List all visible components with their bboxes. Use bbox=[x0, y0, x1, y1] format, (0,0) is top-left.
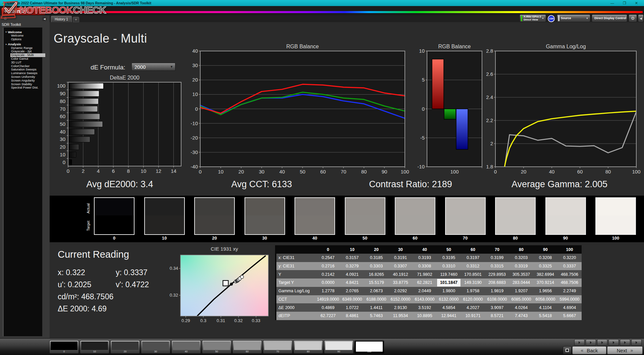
expander-icon[interactable]: ▸ bbox=[6, 31, 7, 33]
transport-button[interactable] bbox=[586, 339, 596, 346]
back-button[interactable]: « Back bbox=[572, 346, 606, 354]
pattern-button-60[interactable]: 60 bbox=[232, 340, 262, 354]
deltae-bar-60 bbox=[68, 114, 100, 119]
cie-1931-chart: CIE 1931 xy0.290.30.310.320.330.320.34 bbox=[144, 245, 278, 325]
reading-v-label: v': bbox=[116, 280, 123, 289]
gray-swatch-90 bbox=[545, 197, 586, 235]
stop-button[interactable] bbox=[563, 346, 572, 354]
sidebar-item-screen-angularity[interactable]: Screen Angularity bbox=[4, 79, 42, 83]
balance-bar-blue bbox=[456, 109, 468, 150]
chevron-left-icon: « bbox=[581, 348, 583, 353]
svg-text:30: 30 bbox=[259, 169, 265, 174]
pattern-button-40[interactable]: 40 bbox=[171, 340, 201, 354]
sidebar-item-welcome[interactable]: Welcome bbox=[4, 34, 42, 38]
table-cell: 1.9207 bbox=[509, 287, 533, 295]
table-cell: 3.5192 bbox=[413, 303, 437, 312]
sidebar-item-spectral-power-dist[interactable]: Spectral Power Dist. bbox=[4, 86, 42, 90]
table-cell: 0.3279 bbox=[340, 262, 364, 270]
actual-row-label: Actual bbox=[86, 198, 90, 218]
table-col-header-20: 20 bbox=[364, 245, 388, 254]
sidebar-item-screen-uniformity[interactable]: Screen Uniformity bbox=[4, 75, 42, 79]
pattern-label: 90 bbox=[324, 350, 353, 353]
sidebar-item-luminance-sweeps[interactable]: Luminance Sweeps bbox=[4, 71, 42, 75]
pattern-button-30[interactable]: 30 bbox=[141, 340, 170, 354]
table-row-label-target-y: Target Y bbox=[276, 278, 316, 287]
table-cell: 6058.0000 bbox=[533, 295, 557, 304]
sidebar-item-3d-lut[interactable]: 3D LUT bbox=[4, 61, 42, 64]
svg-text:0: 0 bbox=[67, 168, 69, 173]
table-cell: 4.6904 bbox=[557, 303, 582, 312]
pattern-button-50[interactable]: 50 bbox=[202, 340, 231, 354]
pattern-label: 80 bbox=[294, 350, 323, 353]
table-cell: 0.3185 bbox=[364, 254, 388, 262]
sidebar-item-saturation-sweeps[interactable]: Saturation Sweeps bbox=[4, 68, 42, 71]
next-button[interactable]: Next » bbox=[607, 346, 643, 354]
swatch-target bbox=[596, 215, 635, 234]
swatch-target bbox=[446, 215, 485, 234]
table-cell: 0.3337 bbox=[557, 262, 582, 270]
pattern-button-90[interactable]: 90 bbox=[324, 340, 354, 354]
table-row-label-cct: CCT bbox=[276, 295, 316, 304]
reading-cdm2-value: 468.7506 bbox=[81, 292, 113, 301]
de-formula-dropdown[interactable]: 2000 ▼ bbox=[131, 63, 175, 71]
svg-text:70: 70 bbox=[60, 106, 65, 112]
table-cell: 2.2749 bbox=[557, 287, 582, 295]
sidebar-item-options[interactable]: Options bbox=[4, 38, 42, 41]
watermark-check: CHECK bbox=[73, 5, 106, 15]
svg-text:-30: -30 bbox=[191, 149, 198, 155]
table-cell: 16.8265 bbox=[364, 270, 388, 278]
sidebar-item-screen-stability[interactable]: Screen Stability bbox=[4, 83, 42, 86]
pattern-button-70[interactable]: 70 bbox=[263, 340, 292, 354]
stat-average-gamma: Average Gamma: 2.005 bbox=[512, 179, 607, 190]
table-col-header-90: 90 bbox=[533, 245, 557, 254]
pattern-swatch bbox=[203, 342, 230, 350]
transport-button[interactable] bbox=[608, 339, 619, 346]
watermark-notebook: NOTEBOOK bbox=[19, 5, 73, 15]
sidebar-item-color-gamut[interactable]: Color Gamut bbox=[4, 57, 42, 61]
table-cell: 1.9758 bbox=[461, 287, 485, 295]
calman-window: Calman 2022 Calman Ultimate for Business… bbox=[0, 0, 644, 355]
gray-swatch-10 bbox=[144, 197, 185, 235]
table-cell: 1.2778 bbox=[316, 287, 340, 295]
table-cell: 229.8953 bbox=[485, 270, 509, 278]
svg-text:30: 30 bbox=[60, 136, 65, 142]
reading-x-label: x: bbox=[58, 268, 64, 277]
sidebar-item-colorchecker[interactable]: ColorChecker bbox=[4, 64, 42, 68]
sidebar-item-dynamic-range[interactable]: Dynamic Range bbox=[4, 46, 42, 50]
table-cell: 4.0264 bbox=[509, 303, 533, 312]
pattern-button-80[interactable]: 80 bbox=[293, 340, 323, 354]
swatch-target bbox=[345, 215, 385, 234]
table-row-label-x-cie31: x: CIE31 bbox=[276, 254, 316, 262]
pattern-button-20[interactable]: 20 bbox=[110, 340, 140, 354]
chevron-right-icon: » bbox=[631, 348, 633, 353]
table-cell: 2.0449 bbox=[413, 287, 437, 295]
transport-button[interactable] bbox=[597, 339, 607, 346]
svg-text:20: 20 bbox=[60, 144, 65, 150]
svg-text:0.32: 0.32 bbox=[170, 293, 178, 298]
tree-group-welcome[interactable]: ▸Welcome bbox=[4, 30, 42, 34]
expander-icon[interactable]: ▸ bbox=[6, 43, 7, 46]
svg-text:14: 14 bbox=[171, 168, 176, 173]
pattern-button-10[interactable]: 10 bbox=[80, 340, 109, 354]
table-cell: 0.3193 bbox=[413, 254, 437, 262]
transport-button[interactable] bbox=[631, 339, 642, 346]
sidebar-item-grayscale-2pt[interactable]: Grayscale - 2pt bbox=[4, 50, 42, 53]
table-cell: 14919.0000 bbox=[316, 295, 340, 304]
transport-button[interactable] bbox=[574, 339, 585, 346]
table-cell: 208.6883 bbox=[485, 278, 509, 287]
table-cell: 4.0921 bbox=[340, 270, 364, 278]
svg-text:0: 0 bbox=[199, 169, 202, 174]
pattern-swatch bbox=[264, 342, 291, 350]
table-cell: 1.9819 bbox=[485, 287, 509, 295]
gray-swatch-20 bbox=[194, 197, 235, 235]
transport-button[interactable] bbox=[620, 339, 630, 346]
svg-text:0.31: 0.31 bbox=[217, 318, 225, 323]
table-col-header-70: 70 bbox=[485, 245, 509, 254]
pattern-button-0[interactable]: 0 bbox=[49, 340, 79, 354]
svg-text:8: 8 bbox=[127, 168, 130, 173]
tree-group-analysis[interactable]: ▸Analysis bbox=[4, 42, 42, 46]
svg-text:10: 10 bbox=[192, 91, 198, 97]
pattern-label: 10 bbox=[80, 350, 109, 353]
pattern-button-100[interactable]: 100 bbox=[355, 340, 384, 354]
sidebar-item-grayscale-multi[interactable]: Grayscale - Multi bbox=[10, 53, 45, 57]
